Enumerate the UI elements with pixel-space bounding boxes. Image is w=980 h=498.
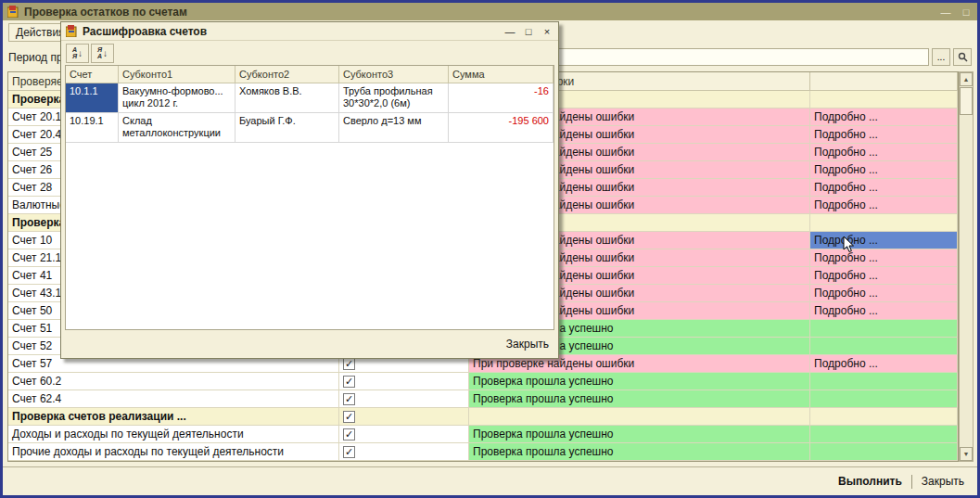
- dialog-toolbar: АЯ ↓ ЯА ↓: [61, 41, 558, 65]
- checkbox-cell: ✓: [339, 443, 469, 461]
- dialog-table-row: 10.19.1Склад металлоконструкцииБуарый Г.…: [66, 113, 554, 143]
- dialog-column-header: Субконто1: [119, 66, 235, 83]
- checkbox-cell: ✓: [339, 373, 469, 390]
- row-result-text[interactable]: [469, 408, 810, 426]
- row-detail-link: [810, 390, 958, 408]
- row-detail-link[interactable]: Подробно ...: [810, 249, 958, 267]
- execute-button[interactable]: Выполнить: [838, 475, 902, 488]
- dialog-table: СчетСубконто1Субконто2Субконто3Сумма 10.…: [65, 65, 554, 330]
- row-result-text[interactable]: Проверка прошла успешно: [469, 426, 810, 443]
- table-row: Проверка счетов реализации ...✓: [8, 408, 958, 426]
- period-search-button[interactable]: [953, 48, 972, 66]
- sort-descending-icon: ЯА: [97, 46, 102, 59]
- checkbox-cell: ✓: [339, 426, 469, 443]
- row-detail-link[interactable]: Подробно ...: [810, 197, 958, 214]
- dialog-icon: [66, 25, 78, 37]
- dialog-maximize-button[interactable]: □: [522, 26, 535, 37]
- row-detail-link[interactable]: Подробно ...: [810, 126, 958, 144]
- table-row: Прочие доходы и расходы по текущей деяте…: [8, 443, 958, 461]
- dialog-cell-subconto2[interactable]: Буарый Г.Ф.: [235, 113, 339, 143]
- row-result-text[interactable]: Проверка прошла успешно: [469, 390, 810, 408]
- dialog-cell-subconto2[interactable]: Хомяков В.В.: [235, 83, 339, 113]
- row-checkbox[interactable]: ✓: [343, 376, 355, 388]
- maximize-button[interactable]: □: [960, 6, 973, 18]
- row-detail-link: [810, 91, 958, 109]
- row-checkbox[interactable]: ✓: [343, 446, 355, 458]
- minimize-button[interactable]: —: [939, 6, 952, 18]
- row-detail-link[interactable]: Подробно ...: [810, 144, 958, 161]
- scroll-up-button[interactable]: ▲: [960, 72, 973, 86]
- sort-ascending-button[interactable]: АЯ ↓: [66, 44, 89, 63]
- row-result-text[interactable]: Проверка прошла успешно: [469, 373, 810, 390]
- period-ellipsis-button[interactable]: ...: [932, 48, 950, 66]
- dialog-column-header: Субконто3: [339, 66, 449, 83]
- window-title: Проверка остатков по счетам: [24, 6, 935, 19]
- row-checkbox[interactable]: ✓: [343, 393, 355, 405]
- row-checkbox[interactable]: ✓: [343, 411, 355, 423]
- row-detail-link: [810, 373, 958, 390]
- accounts-breakdown-dialog: Расшифроавка счетов — □ × АЯ ↓ ЯА ↓: [60, 21, 559, 359]
- button-separator: [911, 475, 912, 489]
- bottom-bar: Выполнить Закрыть: [3, 466, 977, 495]
- sort-descending-button[interactable]: ЯА ↓: [91, 44, 114, 63]
- app-icon: [7, 6, 19, 18]
- dialog-column-header: Счет: [66, 66, 119, 83]
- main-window: Проверка остатков по счетам — □ Действия…: [0, 0, 980, 498]
- dialog-cell-subconto3[interactable]: Сверло д=13 мм: [339, 113, 449, 143]
- table-row: Счет 60.2✓Проверка прошла успешно: [8, 373, 958, 390]
- scroll-down-button[interactable]: ▼: [960, 447, 973, 461]
- row-checkbox[interactable]: ✓: [343, 358, 355, 370]
- vertical-scrollbar[interactable]: ▲ ▼: [959, 71, 974, 462]
- sort-ascending-icon: АЯ: [72, 46, 77, 59]
- dialog-table-row: 10.1.1Вакуумно-формово... цикл 2012 г.Хо…: [66, 83, 554, 113]
- dialog-cell-amount[interactable]: -16: [449, 83, 554, 113]
- search-icon: [958, 52, 968, 62]
- checkbox-cell: ✓: [339, 390, 469, 408]
- row-result-text[interactable]: Проверка прошла успешно: [469, 443, 810, 461]
- row-detail-link[interactable]: Подробно ...: [810, 232, 958, 249]
- dialog-header-row: СчетСубконто1Субконто2Субконто3Сумма: [66, 66, 554, 83]
- row-detail-link: [810, 320, 958, 338]
- table-row: Доходы и расходы по текущей деятельности…: [8, 426, 958, 443]
- account-row-label[interactable]: Прочие доходы и расходы по текущей деяте…: [8, 443, 339, 461]
- row-detail-link[interactable]: Подробно ...: [810, 302, 958, 320]
- close-button[interactable]: Закрыть: [922, 475, 964, 488]
- row-detail-link[interactable]: Подробно ...: [810, 179, 958, 197]
- dialog-footer: Закрыть: [61, 330, 558, 358]
- dialog-cell-subconto1[interactable]: Вакуумно-формово... цикл 2012 г.: [119, 83, 235, 113]
- dialog-title: Расшифроавка счетов: [83, 25, 499, 38]
- account-row-label[interactable]: Проверка счетов реализации ...: [8, 408, 339, 426]
- actions-menu-label: Действия: [16, 26, 65, 39]
- row-checkbox[interactable]: ✓: [343, 428, 355, 441]
- account-row-label[interactable]: Доходы и расходы по текущей деятельности: [8, 426, 339, 443]
- dialog-cell-account[interactable]: 10.19.1: [66, 113, 119, 143]
- row-detail-link: [810, 408, 958, 426]
- dialog-cell-subconto3[interactable]: Труба профильная 30*30*2,0 (6м): [339, 83, 449, 113]
- row-detail-link[interactable]: Подробно ...: [810, 109, 958, 126]
- row-detail-link[interactable]: Подробно ...: [810, 267, 958, 285]
- row-detail-link[interactable]: Подробно ...: [810, 285, 958, 302]
- dialog-close-icon[interactable]: ×: [541, 26, 554, 37]
- dialog-window-buttons: — □ ×: [503, 26, 554, 37]
- table-row: Счет 62.4✓Проверка прошла успешно: [8, 390, 958, 408]
- row-detail-link: [810, 338, 958, 355]
- dialog-column-header: Субконто2: [235, 66, 339, 83]
- dialog-cell-amount[interactable]: -195 600: [449, 113, 554, 143]
- account-row-label[interactable]: Счет 62.4: [8, 390, 339, 408]
- dialog-cell-subconto1[interactable]: Склад металлоконструкции: [119, 113, 235, 143]
- row-detail-link[interactable]: Подробно ...: [810, 161, 958, 179]
- dialog-titlebar: Расшифроавка счетов — □ ×: [61, 22, 558, 41]
- dialog-column-header: Сумма: [449, 66, 554, 83]
- dialog-minimize-button[interactable]: —: [503, 26, 516, 37]
- row-detail-link[interactable]: Подробно ...: [810, 355, 958, 373]
- dialog-close-button[interactable]: Закрыть: [506, 338, 549, 351]
- scrollbar-thumb[interactable]: [960, 87, 973, 115]
- window-titlebar: Проверка остатков по счетам — □: [3, 3, 977, 20]
- row-detail-link: [810, 443, 958, 461]
- column-header-details: [810, 72, 958, 91]
- row-detail-link: [810, 214, 958, 232]
- window-buttons: — □: [939, 6, 973, 18]
- checkbox-cell: ✓: [339, 408, 469, 426]
- dialog-cell-account[interactable]: 10.1.1: [66, 83, 119, 113]
- account-row-label[interactable]: Счет 60.2: [8, 373, 339, 390]
